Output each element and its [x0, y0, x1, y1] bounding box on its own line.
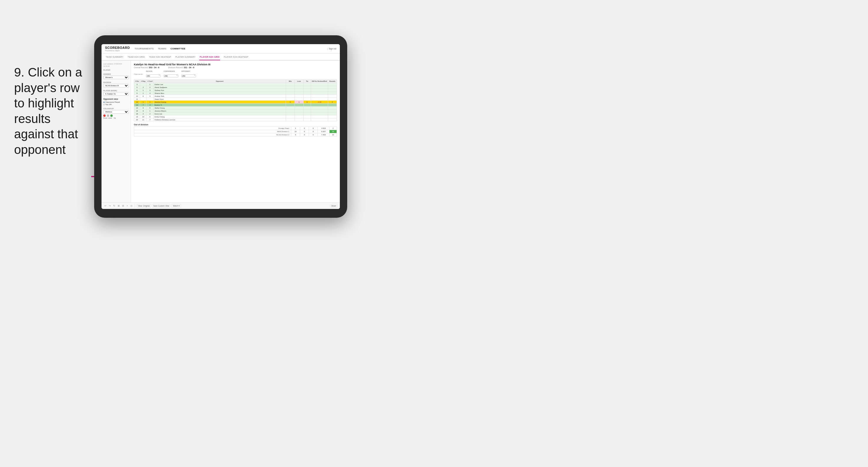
table-cell: [294, 113, 303, 115]
table-cell: [328, 86, 337, 89]
tab-player-summary[interactable]: PLAYER SUMMARY: [175, 54, 196, 60]
table-cell: 2: [147, 113, 154, 115]
tab-player-h2h-grid[interactable]: PLAYER H2H GRID: [199, 54, 220, 60]
table-cell: [328, 83, 337, 86]
out-team-name: Foreign Team: [134, 127, 291, 130]
table-cell: [303, 118, 311, 121]
table-row[interactable]: 1822Euna Lee: [134, 113, 337, 115]
table-row[interactable]: 613Sydney Kuo: [134, 89, 337, 92]
watch-button[interactable]: Watch ▾: [172, 204, 181, 208]
table-row[interactable]: 522Alexis Sudjianto: [134, 86, 337, 89]
add-button[interactable]: +: [126, 205, 129, 207]
table-row[interactable]: 19106Emily Chang: [134, 115, 337, 118]
nav-teams[interactable]: TEAMS: [158, 47, 166, 51]
table-cell: Esther Lee: [154, 83, 286, 86]
table-row[interactable]: 914Sharon Mun: [134, 92, 337, 95]
division-record: Division Record: 331 - 34 - 6: [168, 66, 194, 68]
opponent-select[interactable]: (All): [181, 74, 196, 77]
grid-title: Katelyn Vo Head-to-Head Grid for Women's…: [134, 63, 337, 66]
opponent-view-top100[interactable]: Top 100: [103, 103, 129, 105]
top-nav: SCOREBOARD Powered by clippd TOURNAMENTS…: [101, 44, 340, 54]
out-num-cell: 0: [300, 127, 309, 130]
tab-team-h2h-grid[interactable]: TEAM H2H GRID: [127, 54, 146, 60]
table-row[interactable]: 31Esther Lee: [134, 83, 337, 86]
table-row[interactable]: 1691Jessica Mason: [134, 110, 337, 113]
filter-conference: Conference (All): [164, 70, 178, 78]
table-cell: [286, 106, 294, 110]
table-cell: 18: [134, 113, 140, 115]
conference-select[interactable]: (All): [164, 74, 178, 77]
nav-committee[interactable]: COMMITTEE: [170, 47, 185, 51]
table-cell: 16: [134, 110, 140, 113]
region-select[interactable]: (All): [146, 74, 161, 77]
table-cell: [286, 113, 294, 115]
sidebar-timestamp: Last Updated: 27/03/2024 16:55:28: [103, 63, 129, 67]
cell-win: 0: [286, 101, 294, 103]
sign-out-button[interactable]: Sign out: [329, 48, 336, 50]
redo-button[interactable]: ↪: [108, 205, 112, 207]
table-cell: Eunice Yi: [154, 103, 286, 106]
table-cell: [303, 89, 311, 92]
table-cell: [303, 115, 311, 118]
table-row[interactable]: 1585Stella Cheng: [134, 106, 337, 110]
view-original-label: View: Original: [138, 205, 150, 207]
share-label: Share: [331, 205, 336, 207]
grid-expand-button[interactable]: ⊞: [117, 205, 120, 207]
table-cell: [286, 83, 294, 86]
out-division-row[interactable]: NCAA Division 25007.40010: [134, 133, 337, 136]
table-cell: 2: [140, 113, 147, 115]
tab-team-summary[interactable]: TEAM SUMMARY: [105, 54, 124, 60]
refresh-button[interactable]: ↻: [113, 205, 116, 207]
opponents-label: Opponents:: [134, 73, 143, 75]
division-select[interactable]: NCAA Division III: [103, 84, 129, 87]
th-loss: Loss: [294, 80, 303, 83]
out-division-row[interactable]: NAIA Division 115009.26730: [134, 130, 337, 133]
out-num-cell: 1: [291, 127, 300, 130]
out-num-cell: 0: [300, 133, 309, 136]
th-win: Win: [286, 80, 294, 83]
table-cell: [303, 110, 311, 113]
table-row[interactable]: 11Haejo Hyun: [134, 98, 337, 101]
table-cell: [328, 106, 337, 110]
gender-select[interactable]: Women's: [103, 75, 129, 79]
nav-tournaments[interactable]: TOURNAMENTS: [134, 47, 154, 51]
watch-label: Watch ▾: [173, 205, 180, 207]
sub-nav: TEAM SUMMARY TEAM H2H GRID TEAM H2H HEAT…: [101, 54, 340, 61]
out-team-name: NCAA Division 2: [134, 133, 291, 136]
table-row[interactable]: 1474Eunice Yi: [134, 103, 337, 106]
table-cell: [328, 118, 337, 121]
share-button[interactable]: Share: [330, 204, 338, 208]
table-cell: [294, 106, 303, 110]
table-cell: [328, 113, 337, 115]
colour-dot-down: [103, 115, 105, 117]
player-rank-select[interactable]: 8. Katelyn Vo: [103, 92, 129, 96]
table-cell: [303, 83, 311, 86]
table-row[interactable]: 1311Jessica Huang010-3.002: [134, 101, 337, 103]
table-cell: [294, 95, 303, 98]
table-cell: 1: [140, 89, 147, 92]
sidebar-colour: Colour by Win/loss Down Level Up: [103, 108, 129, 119]
timer-button[interactable]: ◷: [130, 205, 133, 207]
undo-button[interactable]: ↩: [104, 205, 107, 207]
save-custom-button[interactable]: Save Custom View: [152, 204, 170, 208]
tab-player-h2h-heatmap[interactable]: PLAYER H2H HEATMAP: [223, 54, 249, 60]
table-cell: [328, 89, 337, 92]
table-cell: [294, 92, 303, 95]
table-cell: 6: [140, 95, 147, 98]
table-row[interactable]: 20117Federica Domecq Lacroze: [134, 118, 337, 121]
out-num-cell: 0: [300, 130, 309, 133]
opponent-view-played[interactable]: Opponents Played: [103, 101, 129, 103]
logo-sub: Powered by clippd: [105, 50, 130, 52]
out-division-row[interactable]: Foreign Team1004.5002: [134, 127, 337, 130]
grid-collapse-button[interactable]: ⊟: [122, 205, 125, 207]
view-original-button[interactable]: View: Original: [137, 204, 151, 208]
cell-opponent: Jessica Huang: [154, 101, 286, 103]
tab-team-h2h-heatmap[interactable]: TEAM H2H HEATMAP: [148, 54, 172, 60]
table-row[interactable]: 1063Andrea York: [134, 95, 337, 98]
table-cell: 6: [147, 115, 154, 118]
table-cell: Haejo Hyun: [154, 98, 286, 101]
colour-by-select[interactable]: Win/loss: [103, 110, 129, 114]
out-of-division-section: Out of division Foreign Team1004.5002NAI…: [134, 124, 337, 136]
table-cell: 4: [147, 92, 154, 95]
table-cell: [140, 98, 147, 101]
